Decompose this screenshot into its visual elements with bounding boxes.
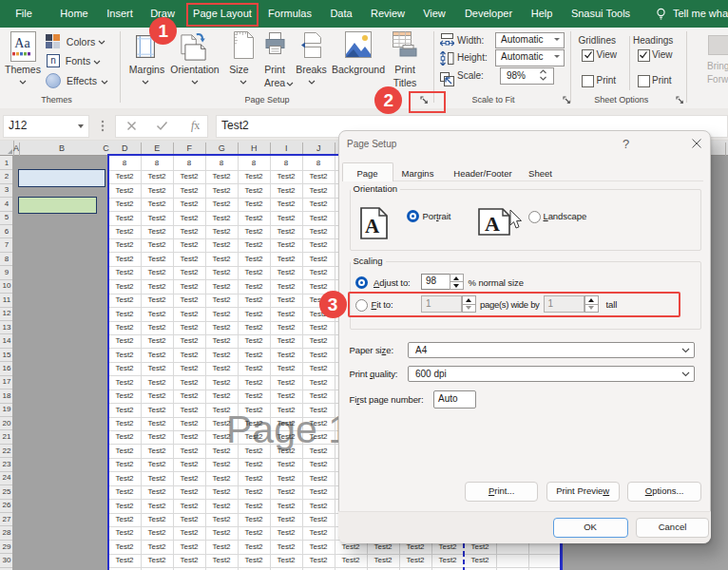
svg-text:A: A [485, 212, 500, 236]
svg-text:A: A [365, 215, 380, 238]
